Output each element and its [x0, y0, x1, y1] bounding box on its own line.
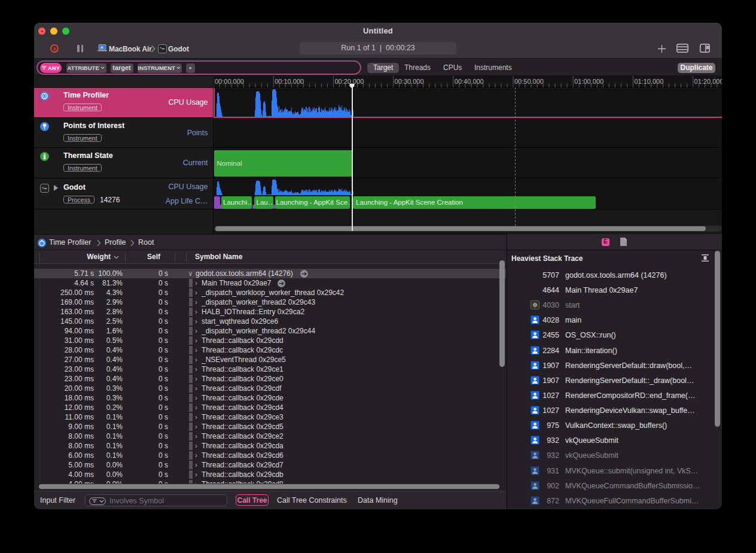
svg-text:>: >	[160, 46, 162, 50]
svg-text:>: >	[42, 186, 44, 190]
